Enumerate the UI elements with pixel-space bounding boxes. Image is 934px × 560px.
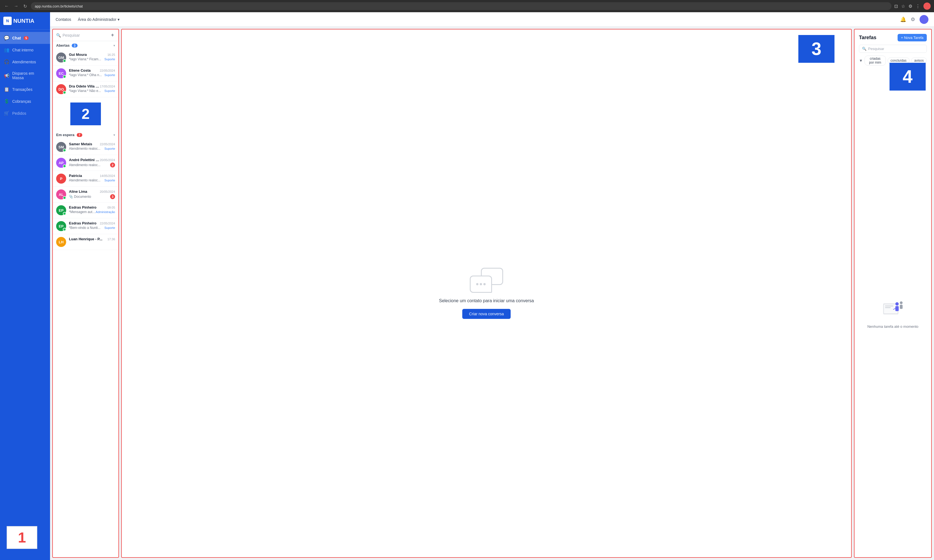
chat-interno-icon: 👥 bbox=[4, 47, 9, 52]
contatos-link[interactable]: Contatos bbox=[55, 16, 71, 23]
cast-icon[interactable]: ⊡ bbox=[894, 4, 898, 9]
unread-badge: 3 bbox=[110, 194, 115, 199]
chat-time: 20/05/2024 bbox=[100, 190, 115, 193]
sidebar-item-chat[interactable]: 💬 Chat 5 bbox=[0, 32, 50, 44]
chat-name-row: Luan Henrique - P... 17:36 bbox=[69, 237, 115, 241]
new-task-button[interactable]: + Nova Tarefa bbox=[898, 34, 927, 42]
sidebar-item-chat-interno[interactable]: 👥 Chat interno bbox=[0, 44, 50, 56]
menu-icon[interactable]: ⋮ bbox=[916, 4, 920, 9]
sidebar-item-transacoes[interactable]: 📋 Transações bbox=[0, 83, 50, 95]
search-placeholder: Pesquisar bbox=[63, 33, 80, 37]
chat-time: 22/05/2024 bbox=[100, 143, 115, 146]
chat-item-gui-moura[interactable]: GM Gui Moura 16:25 *Iago Viana:* Ficam..… bbox=[53, 50, 119, 66]
svg-point-4 bbox=[895, 302, 899, 306]
chat-item-eliene-costa[interactable]: EC Eliene Costa 22/05/2024 *Iago Viana:*… bbox=[53, 66, 119, 82]
em-espera-count: 7 bbox=[77, 133, 82, 137]
whatsapp-status-dot bbox=[63, 149, 66, 152]
avatar-wrapper: AP bbox=[56, 158, 66, 168]
chat-info: Esdras Pinheiro 09:05 *Mensagem autom...… bbox=[69, 205, 115, 214]
chat-preview: *Bem-vindo a Nunti... bbox=[69, 226, 100, 230]
chat-item-samer-metais[interactable]: SM Samer Metais 22/05/2024 Atendimento r… bbox=[53, 139, 119, 155]
avatar-wrapper: EP bbox=[56, 221, 66, 231]
avatar-wrapper: DO bbox=[56, 84, 66, 94]
user-avatar[interactable] bbox=[920, 15, 928, 24]
chat-name: Esdras Pinheiro bbox=[69, 221, 96, 225]
number-box-4: 4 bbox=[889, 63, 926, 91]
dot-1 bbox=[476, 283, 478, 285]
chat-name: Aline Lima bbox=[69, 189, 87, 194]
forward-button[interactable]: → bbox=[13, 3, 20, 10]
disparos-icon: 📢 bbox=[4, 73, 9, 78]
chat-name-row: Gui Moura 16:25 bbox=[69, 52, 115, 57]
extensions-icon[interactable]: ⚙ bbox=[908, 4, 912, 9]
chat-info: Samer Metais 22/05/2024 Atendimento real… bbox=[69, 142, 115, 151]
chat-tag: Suporte bbox=[104, 226, 115, 229]
em-espera-title: Em espera bbox=[56, 133, 74, 137]
chat-preview-row: *Mensagem autom... Administração bbox=[69, 210, 115, 214]
chat-info: Esdras Pinheiro 22/05/2024 *Bem-vindo a … bbox=[69, 221, 115, 230]
top-header: Contatos Área do Administrador ▾ 🔔 ⚙ bbox=[50, 12, 934, 27]
empty-state: Selecione um contato para iniciar uma co… bbox=[439, 268, 534, 319]
svg-rect-3 bbox=[885, 307, 891, 308]
avatar-wrapper: P bbox=[56, 174, 66, 184]
chat-item-aline-lima[interactable]: AL Aline Lima 20/05/2024 📎 Documento 3 bbox=[53, 187, 119, 203]
number-box-2: 2 bbox=[70, 103, 101, 125]
create-conversation-button[interactable]: Criar nova conversa bbox=[462, 309, 510, 319]
chat-item-patricia[interactable]: P Patricia 14/05/2024 Atendimento realoc… bbox=[53, 171, 119, 187]
admin-area-dropdown[interactable]: Área do Administrador ▾ bbox=[78, 17, 120, 22]
chat-item-dra-odete[interactable]: DO Dra Odete Villa V... 17/05/2024 *Iago… bbox=[53, 82, 119, 97]
number-box-2-spacer: 2 bbox=[53, 97, 119, 131]
sidebar-item-disparos[interactable]: 📢 Disparos em Massa bbox=[0, 68, 50, 83]
sidebar-item-label: Disparos em Massa bbox=[12, 71, 46, 80]
chat-item-andre-polettini[interactable]: AP André Polettini M... 20/05/2024 Atend… bbox=[53, 155, 119, 171]
chat-name: Luan Henrique - P... bbox=[69, 237, 102, 241]
chat-list-panel: 🔍 Pesquisar + Abertas 3 ▾ GM bbox=[52, 29, 119, 558]
chat-item-luan-henrique[interactable]: LH Luan Henrique - P... 17:36 bbox=[53, 234, 119, 250]
chat-list-scroll: Abertas 3 ▾ GM Gui Moura 16:25 bbox=[53, 41, 119, 557]
tasks-search-input-wrapper[interactable]: 🔍 Pesquisar bbox=[859, 45, 927, 53]
url-bar[interactable] bbox=[31, 2, 891, 10]
whatsapp-status-dot bbox=[63, 212, 66, 215]
sidebar-logo: N NUNTIA bbox=[0, 12, 50, 30]
sidebar: N NUNTIA 💬 Chat 5 👥 Chat interno 🎧 Atend… bbox=[0, 12, 50, 560]
em-espera-toggle-icon: ▾ bbox=[113, 133, 115, 137]
filter-chip-criadas[interactable]: criadas por mim bbox=[865, 55, 886, 66]
browser-chrome: ← → ↻ ⊡ ☆ ⚙ ⋮ bbox=[0, 0, 934, 12]
settings-gear-icon[interactable]: ⚙ bbox=[911, 16, 915, 23]
chat-preview-row: *Iago Viana:* Ficam... Suporte bbox=[69, 57, 115, 61]
sidebar-item-pedidos[interactable]: 🛒 Pedidos bbox=[0, 107, 50, 119]
sidebar-item-atendimentos[interactable]: 🎧 Atendimentos bbox=[0, 56, 50, 68]
logo-icon: N bbox=[3, 17, 12, 25]
chat-name-row: Dra Odete Villa V... 17/05/2024 bbox=[69, 84, 115, 88]
chat-item-esdras-2[interactable]: EP Esdras Pinheiro 22/05/2024 *Bem-vindo… bbox=[53, 218, 119, 234]
refresh-button[interactable]: ↻ bbox=[22, 3, 28, 10]
chat-preview: Atendimento realoc... bbox=[69, 163, 100, 167]
chat-tag: Suporte bbox=[104, 73, 115, 77]
notifications-bell-icon[interactable]: 🔔 bbox=[900, 16, 906, 23]
chat-badge: 5 bbox=[24, 36, 29, 40]
chat-info: Eliene Costa 22/05/2024 *Iago Viana:* Ol… bbox=[69, 68, 115, 77]
abertas-count: 3 bbox=[72, 44, 77, 48]
sidebar-item-cobrancas[interactable]: 💲 Cobranças bbox=[0, 95, 50, 107]
chat-name: Esdras Pinheiro bbox=[69, 205, 96, 209]
browser-icons: ⊡ ☆ ⚙ ⋮ bbox=[894, 3, 931, 10]
transacoes-icon: 📋 bbox=[4, 87, 9, 92]
chat-name: Dra Odete Villa V... bbox=[69, 84, 100, 88]
whatsapp-status-dot bbox=[63, 228, 66, 231]
header-right: 🔔 ⚙ bbox=[900, 15, 928, 24]
chat-name-row: Esdras Pinheiro 22/05/2024 bbox=[69, 221, 115, 225]
tasks-search-placeholder: Pesquisar bbox=[868, 47, 884, 51]
chat-preview: *Mensagem autom... bbox=[69, 210, 96, 214]
chat-info: André Polettini M... 20/05/2024 Atendime… bbox=[69, 158, 115, 168]
chat-item-esdras-1[interactable]: EP Esdras Pinheiro 09:05 *Mensagem autom… bbox=[53, 203, 119, 218]
dot-2 bbox=[480, 283, 482, 285]
add-chat-button[interactable]: + bbox=[110, 32, 115, 38]
back-button[interactable]: ← bbox=[3, 3, 10, 10]
abertas-section-header[interactable]: Abertas 3 ▾ bbox=[53, 41, 119, 50]
browser-avatar[interactable] bbox=[923, 3, 931, 10]
svg-rect-2 bbox=[885, 306, 893, 306]
em-espera-section-header[interactable]: Em espera 7 ▾ bbox=[53, 131, 119, 139]
bookmark-icon[interactable]: ☆ bbox=[901, 4, 905, 9]
sidebar-item-label: Cobranças bbox=[12, 99, 31, 104]
chat-name: Patricia bbox=[69, 174, 82, 178]
